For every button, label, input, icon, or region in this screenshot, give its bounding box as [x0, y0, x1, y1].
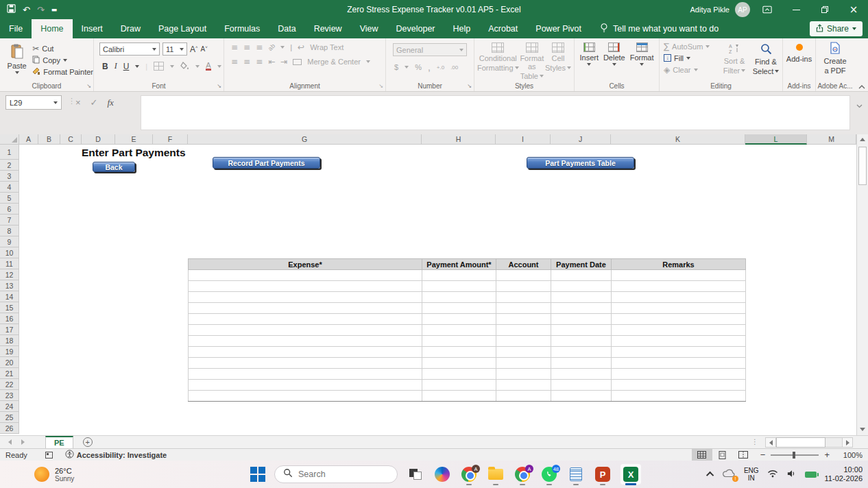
conditional-formatting-button[interactable]: Conditional Formatting — [477, 40, 519, 80]
start-button[interactable] — [250, 467, 265, 482]
search-input[interactable] — [298, 469, 381, 479]
horizontal-scroll-track[interactable] — [825, 437, 842, 448]
increase-decimal-icon[interactable]: +.0 — [437, 64, 444, 71]
table-cell[interactable] — [422, 358, 496, 369]
row-header-12[interactable]: 12 — [0, 269, 19, 280]
table-cell[interactable] — [496, 314, 551, 325]
row-header-5[interactable]: 5 — [0, 193, 19, 204]
row-header-11[interactable]: 11 — [0, 258, 19, 269]
table-cell[interactable] — [189, 292, 422, 303]
comma-style-icon[interactable]: , — [428, 62, 431, 73]
ribbon-tab-insert[interactable]: Insert — [73, 19, 112, 38]
row-header-25[interactable]: 25 — [0, 412, 19, 423]
merge-center-button[interactable]: Merge & Center — [307, 58, 361, 66]
cut-button[interactable]: ✂ Cut — [32, 42, 93, 54]
scrollbar-resize-handle[interactable]: ⋮ — [751, 438, 758, 446]
grow-font-icon[interactable]: A˄ — [190, 45, 198, 54]
table-cell[interactable] — [496, 292, 551, 303]
column-header-F[interactable]: F — [153, 134, 188, 145]
weather-widget[interactable]: 26°C Sunny — [34, 467, 74, 483]
align-bottom-icon[interactable]: ≡ — [256, 43, 263, 51]
grid-canvas[interactable]: Enter Part Payments Back Record Part Pay… — [19, 145, 856, 435]
next-sheet-icon[interactable] — [21, 439, 25, 445]
table-cell[interactable] — [496, 270, 551, 281]
powerpoint-button[interactable]: P — [594, 464, 612, 485]
table-cell[interactable] — [551, 314, 612, 325]
decrease-decimal-icon[interactable]: .00 — [450, 64, 458, 71]
table-cell[interactable] — [189, 347, 422, 358]
table-cell[interactable] — [422, 281, 496, 292]
formula-input[interactable] — [141, 96, 849, 130]
format-cells-button[interactable]: Format — [630, 40, 654, 66]
insert-function-icon[interactable]: fx — [108, 97, 114, 108]
row-header-2[interactable]: 2 — [0, 160, 19, 171]
record-macro-icon[interactable] — [45, 452, 53, 459]
table-cell[interactable] — [422, 336, 496, 347]
clear-button[interactable]: ◈ Clear — [664, 64, 719, 75]
horizontal-scroll-thumb[interactable] — [776, 437, 825, 448]
ribbon-tab-formulas[interactable]: Formulas — [215, 19, 269, 38]
ribbon-tab-review[interactable]: Review — [305, 19, 351, 38]
column-header-K[interactable]: K — [611, 134, 745, 145]
table-cell[interactable] — [551, 369, 612, 380]
table-cell[interactable] — [422, 292, 496, 303]
table-cell[interactable] — [496, 325, 551, 336]
row-header-15[interactable]: 15 — [0, 302, 19, 313]
table-header-cell[interactable]: Account — [496, 259, 551, 270]
table-cell[interactable] — [551, 336, 612, 347]
column-header-E[interactable]: E — [115, 134, 153, 145]
shrink-font-icon[interactable]: A˅ — [201, 45, 208, 53]
delete-cells-button[interactable]: Delete — [603, 40, 625, 66]
table-cell[interactable] — [496, 391, 551, 402]
tell-me-box[interactable]: Tell me what you want to do — [600, 19, 719, 38]
table-cell[interactable] — [496, 380, 551, 391]
expand-formula-bar-icon[interactable] — [856, 99, 863, 111]
table-cell[interactable] — [612, 303, 746, 314]
row-header-6[interactable]: 6 — [0, 204, 19, 215]
row-header-22[interactable]: 22 — [0, 379, 19, 390]
table-cell[interactable] — [189, 336, 422, 347]
table-cell[interactable] — [189, 358, 422, 369]
horizontal-scrollbar[interactable] — [765, 437, 853, 448]
row-header-17[interactable]: 17 — [0, 324, 19, 335]
insert-cells-button[interactable]: Insert — [579, 40, 599, 66]
collapse-ribbon-icon[interactable] — [858, 83, 865, 88]
table-cell[interactable] — [189, 380, 422, 391]
row-header-8[interactable]: 8 — [0, 225, 19, 236]
decrease-indent-icon[interactable]: ⇤ — [268, 58, 275, 66]
chrome-profile1-button[interactable]: A — [460, 464, 478, 485]
table-cell[interactable] — [422, 347, 496, 358]
table-cell[interactable] — [612, 270, 746, 281]
ribbon-tab-draw[interactable]: Draw — [112, 19, 149, 38]
table-cell[interactable] — [551, 391, 612, 402]
prev-sheet-icon[interactable] — [8, 439, 12, 445]
table-cell[interactable] — [496, 281, 551, 292]
row-header-1[interactable]: 1 — [0, 145, 19, 160]
find-select-button[interactable]: Find & Select — [750, 40, 782, 75]
volume-icon[interactable] — [786, 468, 797, 480]
underline-button[interactable]: U — [123, 62, 130, 71]
table-cell[interactable] — [612, 369, 746, 380]
autosum-button[interactable]: ∑ AutoSum — [664, 40, 719, 52]
table-header-cell[interactable]: Expense* — [189, 259, 422, 270]
zoom-out-button[interactable]: − — [760, 450, 766, 460]
row-header-4[interactable]: 4 — [0, 182, 19, 193]
minimize-button[interactable] — [784, 0, 808, 19]
create-pdf-button[interactable]: Create a PDF — [816, 38, 854, 75]
align-top-icon[interactable]: ≡ — [231, 43, 238, 51]
clipboard-dialog-launcher[interactable]: ↘ — [86, 83, 91, 89]
table-cell[interactable] — [612, 391, 746, 402]
copilot-button[interactable] — [433, 464, 451, 485]
table-cell[interactable] — [422, 314, 496, 325]
table-cell[interactable] — [551, 380, 612, 391]
table-cell[interactable] — [612, 358, 746, 369]
font-dialog-launcher[interactable]: ↘ — [217, 83, 221, 89]
table-cell[interactable] — [189, 270, 422, 281]
table-header-cell[interactable]: Payment Amount* — [422, 259, 496, 270]
row-header-14[interactable]: 14 — [0, 291, 19, 302]
sort-filter-button[interactable]: AZ Sort & Filter — [719, 40, 750, 75]
format-as-table-button[interactable]: Format as Table — [519, 40, 545, 80]
scroll-right-button[interactable] — [842, 437, 853, 448]
task-view-button[interactable] — [407, 464, 424, 485]
copy-button[interactable]: Copy — [32, 54, 93, 66]
